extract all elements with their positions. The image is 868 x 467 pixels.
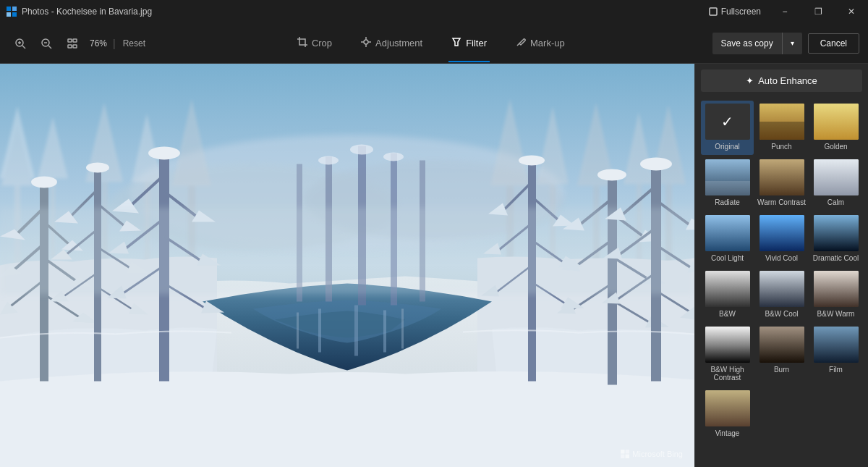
filter-bw[interactable]: B&W [701,268,754,322]
filter-vintage[interactable]: Vintage [701,387,754,442]
svg-rect-143 [383,311,386,353]
filter-label-vintage: Vintage [715,429,740,437]
zoom-out-button[interactable] [35,32,58,55]
photo-area: Microsoft Bing [0,64,694,467]
filter-label-calm: Calm [827,198,844,206]
filter-calm[interactable]: Calm [809,156,862,211]
svg-rect-0 [7,7,11,11]
zoom-in-button[interactable] [9,32,32,55]
svg-rect-162 [814,271,859,307]
svg-rect-165 [814,327,859,363]
filter-bw-cool[interactable]: B&W Cool [755,268,808,322]
divider: | [113,38,116,49]
bing-logo-icon [621,450,629,458]
tab-markup[interactable]: Mark-up [513,33,568,54]
filter-label-bw-high-contrast: B&W High Contrast [702,366,752,382]
filter-label-warm-contrast: Warm Contrast [757,198,806,206]
filter-label-bw: B&W [719,310,736,318]
minimize-button[interactable]: − [768,0,801,23]
fit-view-button[interactable] [61,32,84,55]
filter-thumb-vivid-cool [760,215,804,251]
filter-label-bw-cool: B&W Cool [765,310,798,318]
toolbar-left: 76% | Reset [9,32,150,55]
app-icon [6,6,17,17]
toolbar-tabs: Crop Adjustment Filter [153,33,710,54]
svg-rect-158 [760,215,804,251]
fullscreen-label: Fullscreen [721,7,761,17]
filter-thumb-bw-high-contrast [705,327,750,363]
save-copy-button[interactable]: Save as copy ▾ [712,33,802,54]
svg-rect-141 [318,309,321,353]
svg-point-61 [31,177,57,188]
filter-icon [451,37,461,49]
svg-rect-3 [12,12,17,17]
svg-rect-147 [626,450,630,454]
filter-warm-contrast[interactable]: Warm Contrast [755,156,808,211]
filter-thumb-burn [760,327,804,363]
filter-radiate[interactable]: Radiate [701,156,754,211]
filter-thumb-bw-warm [814,271,859,307]
window-title: Photos - Kochelsee in Bavaria.jpg [22,7,152,17]
auto-enhance-icon: ✦ [746,75,754,86]
filter-thumb-vintage [705,390,750,426]
filter-thumb-dramatic-cool [814,215,859,251]
main-area: Microsoft Bing ✦ Auto Enhance ✓ Original [0,64,868,467]
watermark: Microsoft Bing [621,450,683,458]
filter-vivid-cool[interactable]: Vivid Cool [755,212,808,266]
tab-crop[interactable]: Crop [294,33,335,54]
filter-dramatic-cool[interactable]: Dramatic Cool [809,212,862,266]
filter-bw-high-contrast[interactable]: B&W High Contrast [701,324,754,386]
filter-label-film: Film [829,366,843,374]
svg-point-137 [318,156,339,165]
svg-rect-15 [73,45,77,48]
save-copy-label[interactable]: Save as copy [712,38,782,49]
reset-button[interactable]: Reset [119,35,150,51]
svg-rect-145 [401,309,404,349]
svg-rect-144 [297,313,299,349]
filter-cool-light[interactable]: Cool Light [701,212,754,266]
tab-filter[interactable]: Filter [448,33,490,54]
svg-rect-160 [705,271,750,307]
svg-point-131 [640,158,672,171]
filter-thumb-bw [705,271,750,307]
filter-label-golden: Golden [824,143,847,151]
filter-film[interactable]: Film [809,324,862,386]
svg-rect-151 [760,122,804,140]
filter-label-bw-warm: B&W Warm [817,310,855,318]
titlebar-left: Photos - Kochelsee in Bavaria.jpg [6,6,152,17]
zoom-level: 76% [87,38,110,49]
svg-line-6 [22,46,25,49]
tab-adjustment[interactable]: Adjustment [358,33,425,54]
svg-point-16 [364,40,368,44]
svg-rect-2 [7,12,11,17]
filter-label-original: Original [715,143,739,151]
filter-label-punch: Punch [771,143,791,151]
save-copy-dropdown-arrow[interactable]: ▾ [782,33,802,54]
filter-bw-warm[interactable]: B&W Warm [809,268,862,322]
filter-label-burn: Burn [774,366,789,374]
close-button[interactable]: ✕ [835,0,868,23]
filter-label-vivid-cool: Vivid Cool [765,254,798,262]
filter-burn[interactable]: Burn [755,324,808,386]
filters-grid: ✓ Original [695,98,868,447]
svg-rect-12 [68,39,72,42]
svg-rect-146 [621,450,625,454]
filter-golden[interactable]: Golden [809,101,862,155]
fullscreen-button[interactable]: Fullscreen [702,0,768,23]
filter-label-radiate: Radiate [715,198,739,206]
auto-enhance-button[interactable]: ✦ Auto Enhance [701,70,862,92]
restore-button[interactable]: ❐ [801,0,835,23]
filter-thumb-cool-light [705,215,750,251]
svg-rect-13 [73,39,77,42]
filter-thumb-calm [814,159,859,195]
filter-thumb-original: ✓ [705,104,750,140]
svg-rect-4 [710,8,717,15]
toolbar-right: Save as copy ▾ Cancel [712,33,859,54]
filter-punch[interactable]: Punch [755,101,808,155]
svg-rect-148 [621,455,625,459]
filter-thumb-bw-cool [760,271,804,307]
svg-rect-157 [705,215,750,251]
cancel-button[interactable]: Cancel [808,33,859,54]
filter-original[interactable]: ✓ Original [701,101,754,155]
tab-crop-label: Crop [312,38,332,49]
